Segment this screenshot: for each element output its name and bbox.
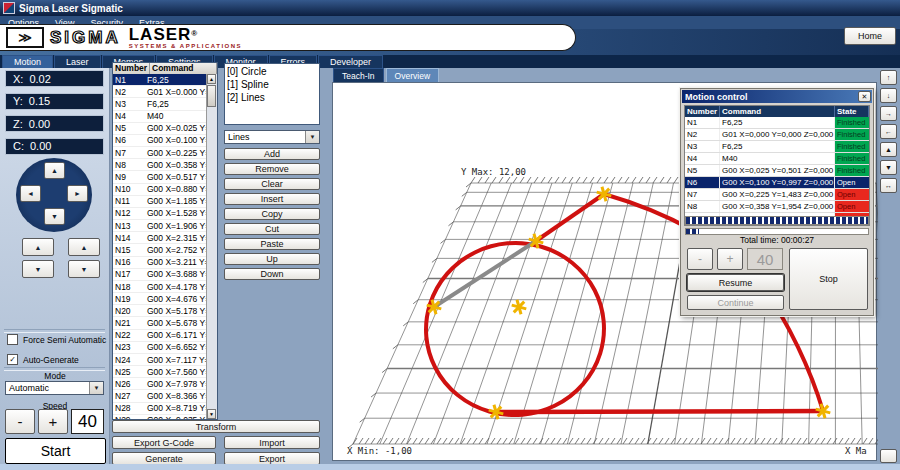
corner-button[interactable] bbox=[880, 449, 897, 463]
gcode-row[interactable]: N20G00 X=5.178 Y=4.9.. bbox=[113, 305, 207, 317]
shape-type-dropdown[interactable]: Lines ▼ bbox=[224, 130, 320, 144]
gcode-table[interactable]: NumberCommand N1F6,25N2G01 X=0.000 Y=0.0… bbox=[112, 62, 218, 420]
gcode-row[interactable]: N4M40 bbox=[113, 111, 207, 123]
scroll-down-icon[interactable]: ▼ bbox=[207, 409, 216, 419]
view-tool-button-3[interactable]: ← bbox=[880, 124, 897, 139]
z-up-button[interactable]: ▲ bbox=[22, 238, 54, 256]
list-item-spline[interactable]: [1] Spline bbox=[227, 78, 319, 91]
view-tool-button-6[interactable]: ↔ bbox=[880, 178, 897, 193]
gcode-row[interactable]: N29G00 X=9.035 Y=2.9.. bbox=[113, 415, 207, 419]
mc-speed-minus-button[interactable]: - bbox=[687, 248, 713, 270]
gcode-row[interactable]: N18G00 X=4.178 Y=4.9.. bbox=[113, 281, 207, 293]
motion-row[interactable]: N7G00 X=0,225 Y=1,483 Z=0,000Open bbox=[685, 189, 869, 201]
close-icon[interactable]: ✕ bbox=[858, 91, 871, 102]
chevron-down-icon[interactable]: ▼ bbox=[305, 131, 319, 143]
gcode-row[interactable]: N6G00 X=0.100 Y=0.9.. bbox=[113, 135, 207, 147]
jog-down-button[interactable]: ▼ bbox=[44, 208, 65, 225]
tab-laser[interactable]: Laser bbox=[54, 55, 101, 68]
continue-button[interactable]: Continue bbox=[687, 295, 784, 310]
start-button[interactable]: Start bbox=[5, 438, 106, 464]
checkbox-box[interactable]: ✓ bbox=[7, 354, 18, 365]
motion-row[interactable]: N6G00 X=0,100 Y=0,997 Z=0,000Open bbox=[685, 177, 869, 189]
gcode-row[interactable]: N25G00 X=7.560 Y=4.2.. bbox=[113, 366, 207, 378]
jog-left-button[interactable]: ◄ bbox=[20, 185, 41, 202]
z-down-button[interactable]: ▼ bbox=[22, 260, 54, 278]
motion-row[interactable]: N1F6,25Finished bbox=[685, 117, 869, 129]
view-tool-button-2[interactable]: → bbox=[880, 106, 897, 121]
up-button[interactable]: Up bbox=[224, 253, 320, 265]
gcode-row[interactable]: N22G00 X=6.171 Y=4.8.. bbox=[113, 330, 207, 342]
gcode-row[interactable]: N8G00 X=0.358 Y=1.9.. bbox=[113, 159, 207, 171]
cut-button[interactable]: Cut bbox=[224, 223, 320, 235]
c-down-button[interactable]: ▼ bbox=[68, 260, 100, 278]
chevron-down-icon[interactable]: ▼ bbox=[89, 382, 103, 394]
gcode-row[interactable]: N13G00 X=1.906 Y=3.9.. bbox=[113, 220, 207, 232]
c-up-button[interactable]: ▲ bbox=[68, 238, 100, 256]
gcode-header-number[interactable]: Number bbox=[113, 63, 150, 74]
tab-teach-in[interactable]: Teach-In bbox=[333, 68, 384, 82]
down-button[interactable]: Down bbox=[224, 268, 320, 280]
checkbox-box[interactable] bbox=[7, 334, 18, 345]
shapes-listbox[interactable]: [0] Circle[1] Spline[2] Lines bbox=[224, 63, 320, 125]
motion-control-titlebar[interactable]: Motion control bbox=[682, 90, 872, 103]
view-tool-button-4[interactable]: ▲ bbox=[880, 142, 897, 157]
gcode-row[interactable]: N28G00 X=8.719 Y=3.3.. bbox=[113, 403, 207, 415]
gcode-row[interactable]: N19G00 X=4.676 Y=4.9.. bbox=[113, 293, 207, 305]
gcode-row[interactable]: N7G00 X=0.225 Y=1.4.. bbox=[113, 147, 207, 159]
clear-button[interactable]: Clear bbox=[224, 178, 320, 190]
scroll-up-icon[interactable]: ▲ bbox=[207, 74, 216, 84]
view-tool-button-0[interactable]: ↑ bbox=[880, 70, 897, 85]
speed-minus-button[interactable]: - bbox=[5, 409, 35, 434]
insert-button[interactable]: Insert bbox=[224, 193, 320, 205]
motion-row[interactable]: N4M40Finished bbox=[685, 153, 869, 165]
gcode-row[interactable]: N14G00 X=2.315 Y=4.2.. bbox=[113, 232, 207, 244]
resume-button[interactable]: Resume bbox=[687, 274, 784, 291]
home-button[interactable]: Home bbox=[844, 27, 896, 45]
gcode-row[interactable]: N5G00 X=0.025 Y=0.5.. bbox=[113, 123, 207, 135]
gcode-header-command[interactable]: Command bbox=[150, 63, 217, 74]
jog-up-button[interactable]: ▲ bbox=[44, 162, 65, 179]
speed-plus-button[interactable]: + bbox=[38, 409, 68, 434]
mc-speed-plus-button[interactable]: + bbox=[717, 248, 743, 270]
stop-button[interactable]: Stop bbox=[789, 248, 868, 310]
gcode-row[interactable]: N21G00 X=5.678 Y=4.9.. bbox=[113, 317, 207, 329]
remove-button[interactable]: Remove bbox=[224, 163, 320, 175]
export-gcode-button[interactable]: Export G-Code bbox=[112, 436, 216, 449]
add-button[interactable]: Add bbox=[224, 148, 320, 160]
gcode-row[interactable]: N10G00 X=0.880 Y=2.8.. bbox=[113, 184, 207, 196]
import-button[interactable]: Import bbox=[224, 436, 320, 449]
copy-button[interactable]: Copy bbox=[224, 208, 320, 220]
motion-row[interactable]: N2G01 X=0,000 Y=0,000 Z=0,000Finished bbox=[685, 129, 869, 141]
gcode-row[interactable]: N26G00 X=7.978 Y=4.0.. bbox=[113, 378, 207, 390]
motion-row[interactable]: N5G00 X=0,025 Y=0,501 Z=0,000Finished bbox=[685, 165, 869, 177]
gcode-row[interactable]: N23G00 X=6.652 Y=4.7.. bbox=[113, 342, 207, 354]
gcode-row[interactable]: N3F6,25 bbox=[113, 98, 207, 110]
gcode-row[interactable]: N2G01 X=0.000 Y=0.0.. bbox=[113, 86, 207, 98]
gcode-row[interactable]: N27G00 X=8.366 Y=3.6.. bbox=[113, 390, 207, 402]
list-item-lines[interactable]: [2] Lines bbox=[227, 91, 319, 104]
transform-button[interactable]: Transform bbox=[112, 420, 320, 433]
jog-right-button[interactable]: ► bbox=[67, 185, 88, 202]
scrollbar-thumb[interactable] bbox=[207, 85, 216, 107]
view-tool-button-5[interactable]: ▼ bbox=[880, 160, 897, 175]
gcode-row[interactable]: N24G00 X=7.117 Y=4.5.. bbox=[113, 354, 207, 366]
gcode-row[interactable]: N1F6,25 bbox=[113, 74, 207, 86]
tab-developer[interactable]: Developer bbox=[318, 55, 383, 68]
gcode-row[interactable]: N17G00 X=3.688 Y=4.8.. bbox=[113, 269, 207, 281]
tab-motion[interactable]: Motion bbox=[2, 55, 53, 68]
motion-control-window[interactable]: Motion control ✕ NumberCommandState N1F6… bbox=[680, 88, 874, 316]
view-tool-button-1[interactable]: ↓ bbox=[880, 88, 897, 103]
gcode-row[interactable]: N9G00 X=0.517 Y=2.4.. bbox=[113, 171, 207, 183]
tab-overview[interactable]: Overview bbox=[386, 68, 439, 82]
gcode-row[interactable]: N16G00 X=3.211 Y=4.6.. bbox=[113, 257, 207, 269]
mode-dropdown[interactable]: Automatic ▼ bbox=[5, 381, 104, 395]
paste-button[interactable]: Paste bbox=[224, 238, 320, 250]
gcode-row[interactable]: N11G00 X=1.185 Y=3.2.. bbox=[113, 196, 207, 208]
checkbox-force-semi-automatic[interactable]: Force Semi Automatic bbox=[7, 334, 106, 345]
motion-row[interactable]: N3F6,25Finished bbox=[685, 141, 869, 153]
gcode-row[interactable]: N12G00 X=1.528 Y=3.5.. bbox=[113, 208, 207, 220]
list-item-circle[interactable]: [0] Circle bbox=[227, 65, 319, 78]
motion-row[interactable]: N8G00 X=0,358 Y=1,954 Z=0,000Open bbox=[685, 201, 869, 213]
checkbox-auto-generate[interactable]: ✓Auto-Generate bbox=[7, 354, 79, 365]
gcode-row[interactable]: N15G00 X=2.752 Y=4.4.. bbox=[113, 244, 207, 256]
